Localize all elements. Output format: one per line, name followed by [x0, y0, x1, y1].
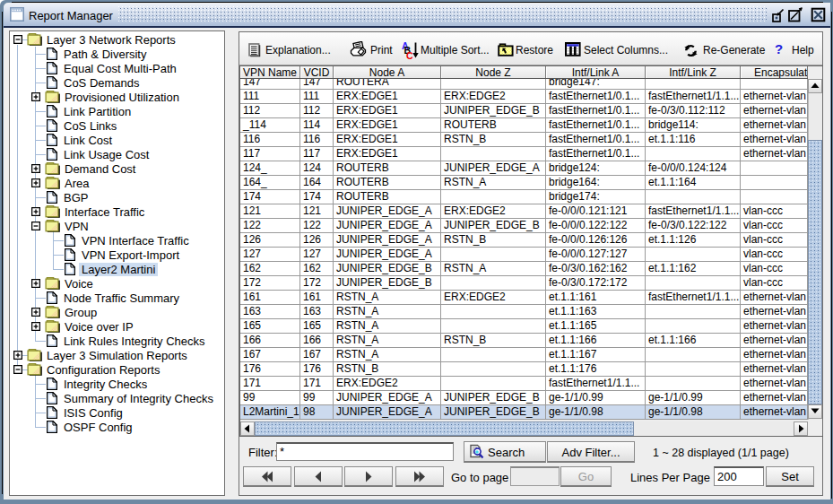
svg-text:C: C	[406, 50, 413, 60]
